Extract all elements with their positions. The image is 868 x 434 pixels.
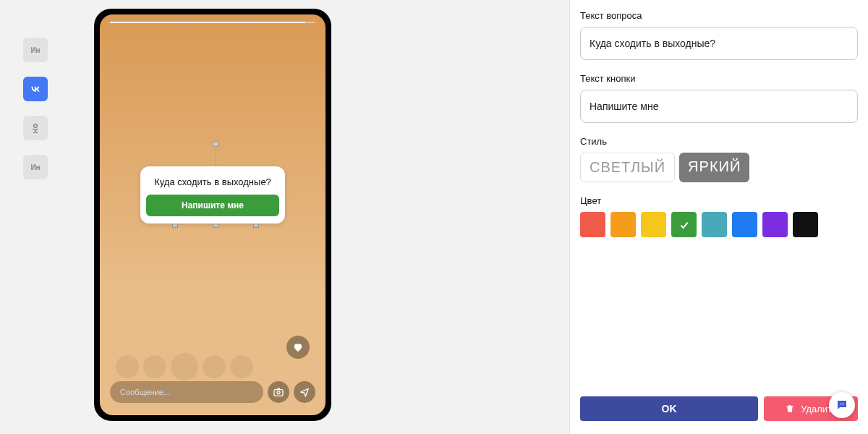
color-swatch[interactable] (671, 212, 697, 237)
svg-point-5 (843, 404, 845, 405)
share-button[interactable] (294, 381, 315, 403)
question-widget-button: Напишите мне (146, 195, 279, 216)
share-icon (299, 386, 310, 398)
button-field-label: Текст кнопки (580, 73, 858, 84)
sidebar-item-vk[interactable] (23, 77, 48, 101)
svg-point-3 (840, 404, 841, 405)
svg-rect-1 (274, 390, 283, 396)
question-input[interactable] (580, 27, 858, 60)
color-swatch[interactable] (641, 212, 666, 237)
camera-button[interactable] (268, 381, 289, 403)
story-progress-bar (110, 22, 315, 23)
trash-icon (785, 404, 795, 414)
vk-icon (29, 82, 42, 95)
question-field-label: Текст вопроса (580, 10, 858, 21)
color-field-label: Цвет (580, 195, 858, 206)
chat-fab[interactable] (829, 392, 855, 418)
color-swatch[interactable] (610, 212, 636, 237)
properties-panel: Текст вопроса Текст кнопки Стиль СВЕТЛЫЙ… (569, 0, 868, 434)
heart-button[interactable] (286, 336, 310, 359)
style-option-light[interactable]: СВЕТЛЫЙ (580, 153, 675, 182)
sidebar-item-instagram-a[interactable]: Ин (23, 38, 48, 62)
svg-point-2 (277, 391, 280, 394)
style-field-label: Стиль (580, 136, 858, 147)
svg-point-4 (841, 404, 843, 405)
color-swatches (580, 212, 858, 237)
network-sidebar: Ин Ин (23, 38, 48, 179)
color-swatch[interactable] (580, 212, 605, 237)
message-input[interactable]: Сообщение... (110, 381, 263, 403)
color-swatch[interactable] (702, 212, 727, 237)
editor-area: Ин Ин Куда сходить (0, 0, 569, 434)
svg-point-0 (34, 124, 38, 128)
chat-icon (835, 399, 848, 412)
color-swatch[interactable] (732, 212, 757, 237)
style-option-dark[interactable]: ЯРКИЙ (679, 153, 749, 182)
heart-icon (292, 341, 304, 353)
check-icon (678, 219, 690, 231)
sidebar-item-instagram-b[interactable]: Ин (23, 155, 48, 179)
ok-button[interactable]: OK (580, 396, 758, 421)
resize-handle[interactable] (213, 141, 218, 147)
panel-actions: OK Удалить (580, 396, 858, 421)
story-canvas[interactable]: Куда сходить в выходные? Напишите мне Со… (100, 14, 326, 415)
camera-icon (273, 386, 284, 398)
phone-preview-wrap: Куда сходить в выходные? Напишите мне Со… (94, 9, 331, 434)
question-widget-text: Куда сходить в выходные? (146, 176, 279, 187)
story-reaction-ghosts (116, 355, 253, 380)
sidebar-item-ok[interactable] (23, 116, 48, 140)
color-swatch[interactable] (793, 212, 818, 237)
button-text-input[interactable] (580, 90, 858, 123)
style-options: СВЕТЛЫЙ ЯРКИЙ (580, 153, 858, 182)
phone-frame: Куда сходить в выходные? Напишите мне Со… (94, 9, 331, 421)
question-widget[interactable]: Куда сходить в выходные? Напишите мне (140, 166, 285, 224)
story-bottom-bar: Сообщение... (110, 379, 315, 405)
ok-icon (29, 122, 42, 135)
color-swatch[interactable] (762, 212, 788, 237)
